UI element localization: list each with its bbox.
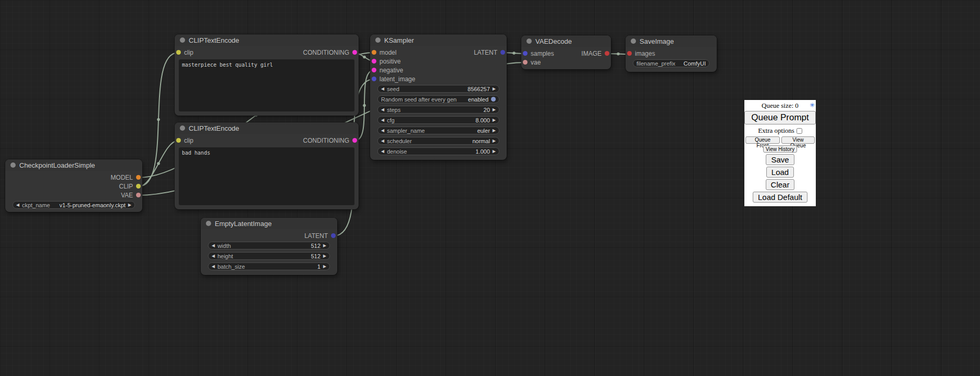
collapse-dot-icon[interactable] [10,162,16,168]
output-slot-latent[interactable]: LATENT [474,49,507,56]
slot-dot-clip[interactable] [176,50,181,55]
slot-dot-vae[interactable] [136,193,141,197]
slot-dot-latent[interactable] [372,77,376,81]
node-ksampler[interactable]: KSampler model LATENT positive negative [370,34,507,160]
increment-icon[interactable]: ▶ [323,244,326,248]
input-slot-positive[interactable]: positive [370,58,401,65]
collapse-dot-icon[interactable] [180,126,185,131]
node-title-bar[interactable]: VAEDecode [521,35,611,47]
widget-denoise[interactable]: ◀ denoise 1.000 ▶ [377,147,499,155]
node-save-image[interactable]: SaveImage images filename_prefix ComfyUI [626,35,717,72]
decrement-icon[interactable]: ◀ [381,129,384,133]
node-clip-text-encode-negative[interactable]: CLIPTextEncode clip CONDITIONING bad han… [175,122,359,209]
slot-dot-clip[interactable] [136,184,141,189]
decrement-icon[interactable]: ◀ [212,244,215,248]
increment-icon[interactable]: ▶ [493,108,496,112]
widget-ckpt-name[interactable]: ◀ ckpt_name v1-5-pruned-emaonly.ckpt ▶ [13,201,135,209]
input-slot-negative[interactable]: negative [370,67,403,74]
input-slot-latent-image[interactable]: latent_image [370,76,415,83]
slot-dot-conditioning[interactable] [372,59,376,64]
widget-sampler-name[interactable]: ◀ sampler_name euler ▶ [377,127,499,134]
positive-prompt-textarea[interactable]: masterpiece best quality girl [179,59,354,111]
collapse-dot-icon[interactable] [206,221,211,226]
slot-dot-image[interactable] [605,51,609,56]
widget-height[interactable]: ◀ height 512 ▶ [208,252,330,260]
input-slot-clip[interactable]: clip [175,49,193,56]
slot-dot-model[interactable] [136,175,141,180]
input-slot-model[interactable]: model [370,49,397,56]
output-slot-conditioning[interactable]: CONDITIONING [303,49,359,56]
increment-icon[interactable]: ▶ [128,203,131,207]
toggle-on-dot[interactable] [491,97,496,102]
decrement-icon[interactable]: ◀ [381,87,384,91]
output-slot-vae[interactable]: VAE [121,192,142,199]
slot-dot-model[interactable] [372,50,376,55]
input-slot-vae[interactable]: vae [521,59,541,66]
input-slot-clip[interactable]: clip [175,137,193,144]
node-checkpoint-loader-simple[interactable]: CheckpointLoaderSimple MODEL CLIP VAE ◀ … [5,159,142,212]
comfyui-canvas[interactable]: { "canvas": { "background": "#232323", "… [0,0,980,376]
collapse-dot-icon[interactable] [631,39,636,44]
input-slot-images[interactable]: images [626,50,655,57]
widget-random-seed-toggle[interactable]: Random seed after every gen enabled [377,95,499,103]
slot-dot-vae[interactable] [523,60,528,65]
slot-dot-conditioning[interactable] [352,50,357,55]
increment-icon[interactable]: ▶ [493,149,496,154]
decrement-icon[interactable]: ◀ [381,118,384,122]
extra-options-checkbox[interactable] [797,128,802,134]
increment-icon[interactable]: ▶ [493,87,496,91]
view-history-button[interactable]: View History [763,145,797,153]
node-title-bar[interactable]: CLIPTextEncode [175,34,359,46]
comfy-menu-panel[interactable]: Queue size: 0 ✳ Queue Prompt Extra optio… [744,100,816,206]
widget-width[interactable]: ◀ width 512 ▶ [208,242,330,249]
queue-front-button[interactable]: Queue Front [745,136,780,144]
widget-filename-prefix[interactable]: filename_prefix ComfyUI [633,59,709,67]
increment-icon[interactable]: ▶ [493,139,496,143]
node-title-bar[interactable]: KSampler [370,34,507,46]
increment-icon[interactable]: ▶ [323,254,326,258]
slot-dot-image[interactable] [627,51,632,56]
node-empty-latent-image[interactable]: EmptyLatentImage LATENT ◀ width 512 ▶ ◀ … [201,218,337,275]
node-vae-decode[interactable]: VAEDecode samples IMAGE vae [521,35,611,69]
output-slot-clip[interactable]: CLIP [119,183,142,190]
increment-icon[interactable]: ▶ [493,129,496,133]
queue-prompt-button[interactable]: Queue Prompt [744,111,816,124]
increment-icon[interactable]: ▶ [493,118,496,122]
node-title-bar[interactable]: CLIPTextEncode [175,122,359,134]
settings-gear-icon[interactable]: ✳ [810,102,815,109]
collapse-dot-icon[interactable] [180,37,185,43]
slot-dot-latent[interactable] [523,51,528,56]
decrement-icon[interactable]: ◀ [16,203,19,207]
clear-button[interactable]: Clear [766,179,795,190]
load-default-button[interactable]: Load Default [753,192,807,203]
decrement-icon[interactable]: ◀ [381,149,384,154]
view-queue-button[interactable]: View Queue [781,136,815,144]
output-slot-latent[interactable]: LATENT [304,232,337,240]
node-clip-text-encode-positive[interactable]: CLIPTextEncode clip CONDITIONING masterp… [175,34,359,116]
widget-steps[interactable]: ◀ steps 20 ▶ [377,106,499,114]
node-title-bar[interactable]: SaveImage [626,35,717,47]
output-slot-image[interactable]: IMAGE [581,50,611,57]
decrement-icon[interactable]: ◀ [381,139,384,143]
slot-dot-latent[interactable] [500,50,505,55]
slot-dot-clip[interactable] [176,138,181,143]
slot-dot-conditioning[interactable] [372,68,376,72]
input-slot-samples[interactable]: samples [521,50,554,57]
output-slot-conditioning[interactable]: CONDITIONING [303,137,359,144]
widget-seed[interactable]: ◀ seed 8566257 ▶ [377,85,499,93]
save-button[interactable]: Save [766,154,794,165]
node-title-bar[interactable]: EmptyLatentImage [201,218,337,229]
increment-icon[interactable]: ▶ [323,265,326,269]
slot-dot-latent[interactable] [331,233,336,238]
slot-dot-conditioning[interactable] [352,138,357,143]
collapse-dot-icon[interactable] [375,37,381,43]
node-title-bar[interactable]: CheckpointLoaderSimple [5,159,142,171]
decrement-icon[interactable]: ◀ [212,254,215,258]
negative-prompt-textarea[interactable]: bad hands [179,147,354,205]
widget-batch-size[interactable]: ◀ batch_size 1 ▶ [208,262,330,270]
widget-cfg[interactable]: ◀ cfg 8.000 ▶ [377,116,499,124]
collapse-dot-icon[interactable] [526,39,532,44]
decrement-icon[interactable]: ◀ [381,108,384,112]
decrement-icon[interactable]: ◀ [212,265,215,269]
output-slot-model[interactable]: MODEL [111,174,142,181]
